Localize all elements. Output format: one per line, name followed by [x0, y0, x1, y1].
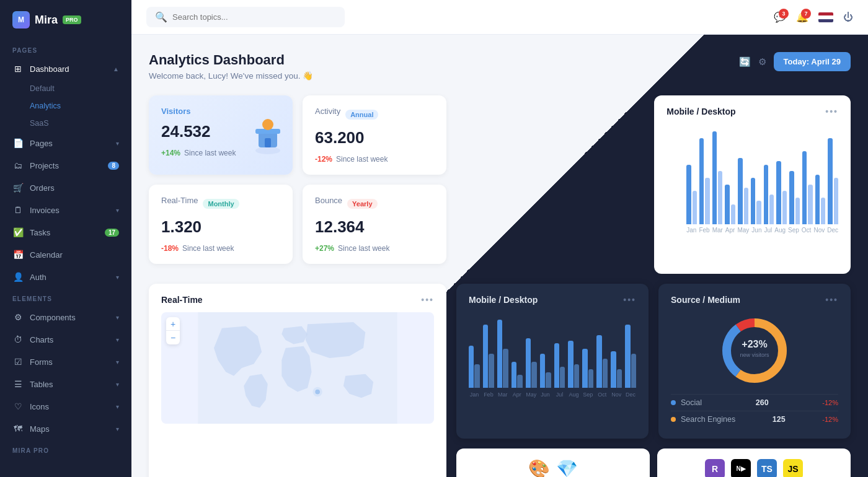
- dark-bar-light: [574, 364, 579, 388]
- sidebar-item-projects[interactable]: 🗂 Projects 8: [0, 154, 131, 177]
- topbar: 🔍 💬 3 🔔 7 ⏻: [131, 0, 868, 35]
- dark-bar-group: [596, 335, 608, 388]
- bar-light: [693, 191, 697, 224]
- tech-logos-row: 🎨 💎 R N▶ TS JS: [456, 449, 851, 477]
- chevron-down-icon: ▾: [116, 207, 119, 214]
- map-more-options[interactable]: •••: [421, 295, 434, 305]
- world-map-svg: [161, 312, 434, 424]
- page-subtitle: Welcome back, Lucy! We've missed you. 👋: [149, 71, 313, 81]
- chart-x-label: May: [737, 227, 749, 234]
- source-medium-title: Source / Medium •••: [671, 295, 838, 305]
- bounce-change-value: +27%: [315, 244, 334, 253]
- javascript-logo: JS: [783, 459, 803, 478]
- sidebar-item-tables[interactable]: ☰ Tables ▾: [0, 373, 131, 395]
- sidebar-item-components[interactable]: ⚙ Components ▾: [0, 306, 131, 328]
- messages-button[interactable]: 💬 3: [774, 11, 786, 23]
- dark-bar: [512, 362, 516, 388]
- bar-group: [725, 185, 735, 224]
- bar-group: [828, 138, 838, 224]
- svg-point-3: [262, 119, 273, 130]
- chevron-down-icon: ▾: [116, 381, 119, 388]
- sidebar-item-maps[interactable]: 🗺 Maps ▾: [0, 418, 131, 440]
- visitors-illustration: [249, 113, 286, 157]
- sidebar-item-label: Auth: [30, 273, 46, 282]
- refresh-icon[interactable]: 🔄: [739, 56, 751, 68]
- power-button[interactable]: ⏻: [843, 12, 853, 23]
- dark-bar-light: [617, 369, 622, 388]
- page-header-text: Analytics Dashboard Welcome back, Lucy! …: [149, 52, 313, 81]
- dark-x-labels: JanFebMarAprMayJunJulAugSepOctNovDec: [469, 392, 636, 398]
- chevron-down-icon: ▾: [116, 314, 119, 321]
- bar-group: [764, 165, 774, 224]
- search-input[interactable]: [172, 12, 336, 22]
- sidebar: M Mira PRO PAGES ⊞ Dashboard ▲ Default A…: [0, 0, 131, 477]
- sidebar-item-invoices[interactable]: 🗒 Invoices ▾: [0, 199, 131, 221]
- realtime-change-value: -18%: [161, 244, 179, 253]
- sidebar-item-calendar[interactable]: 📅 Calendar: [0, 243, 131, 266]
- sidebar-item-charts[interactable]: ⏱ Charts ▾: [0, 328, 131, 351]
- sidebar-item-tasks[interactable]: ✅ Tasks 17: [0, 221, 131, 243]
- source-more-options[interactable]: •••: [825, 295, 838, 305]
- bar-group: [686, 165, 697, 224]
- bounce-change-label: Since last week: [338, 244, 389, 253]
- map-area: + −: [161, 312, 434, 424]
- dark-bar-light: [489, 354, 494, 388]
- dark-bar-group: [568, 341, 579, 388]
- search-box[interactable]: 🔍: [146, 7, 345, 27]
- dark-more-options[interactable]: •••: [623, 295, 636, 305]
- donut-container: +23% new visitors: [671, 313, 838, 388]
- language-selector[interactable]: [818, 12, 833, 22]
- mobile-desktop-card: Mobile / Desktop ••• JanFebMarAprMayJunJ…: [654, 95, 851, 274]
- sidebar-item-label: Components: [30, 313, 76, 322]
- bar-dark: [789, 171, 794, 224]
- bounce-header: Bounce Yearly: [315, 196, 434, 211]
- app-logo[interactable]: M Mira PRO: [0, 0, 131, 40]
- bar-dark: [802, 151, 807, 224]
- dark-bar: [526, 338, 531, 388]
- calendar-icon: 📅: [12, 249, 24, 260]
- realtime-value: 1.320: [161, 217, 280, 237]
- bar-group: [815, 175, 826, 224]
- forms-icon: ☑: [12, 356, 24, 367]
- chart-x-label: Nov: [813, 227, 825, 234]
- sidebar-item-forms[interactable]: ☑ Forms ▾: [0, 351, 131, 373]
- chart-x-label: Feb: [699, 227, 709, 234]
- logo-icon: M: [12, 11, 30, 28]
- dark-bar-light: [588, 369, 593, 388]
- more-options-button[interactable]: •••: [825, 107, 838, 116]
- social-change: -12%: [822, 399, 838, 406]
- sidebar-item-orders[interactable]: 🛒 Orders: [0, 177, 131, 199]
- date-button[interactable]: Today: April 29: [774, 52, 851, 71]
- dark-bar-group: [625, 325, 636, 388]
- bounce-badge: Yearly: [347, 199, 377, 209]
- bar-dark: [776, 161, 781, 224]
- sidebar-item-icons[interactable]: ♡ Icons ▾: [0, 395, 131, 418]
- dark-bar: [554, 343, 559, 388]
- invoices-icon: 🗒: [12, 204, 24, 216]
- dashboard-icon: ⊞: [12, 63, 24, 74]
- notifications-button[interactable]: 🔔 7: [796, 11, 808, 23]
- chevron-down-icon: ▾: [116, 274, 119, 281]
- sidebar-item-default[interactable]: Default: [0, 80, 131, 97]
- dark-bar-light: [517, 375, 522, 388]
- topbar-actions: 💬 3 🔔 7 ⏻: [774, 11, 853, 23]
- mobile-desktop-chart: JanFebMarAprMayJunJulAugSepOctNovDec: [666, 125, 838, 234]
- bar-dark: [699, 138, 704, 224]
- sidebar-item-auth[interactable]: 👤 Auth ▾: [0, 266, 131, 288]
- activity-badge: Annual: [345, 110, 378, 120]
- dark-x-label: Sep: [582, 392, 593, 398]
- sidebar-item-dashboard[interactable]: ⊞ Dashboard ▲: [0, 58, 131, 80]
- sidebar-item-pages[interactable]: 📄 Pages ▾: [0, 132, 131, 154]
- sidebar-item-label: Dashboard: [30, 64, 69, 74]
- realtime-change: -18% Since last week: [161, 244, 280, 253]
- dark-bar-group: [526, 338, 537, 388]
- sidebar-item-saas[interactable]: SaaS: [0, 115, 131, 132]
- sidebar-item-analytics[interactable]: Analytics: [0, 97, 131, 115]
- filter-icon[interactable]: ⚙: [758, 56, 766, 68]
- tasks-icon: ✅: [12, 227, 24, 238]
- bounce-change: +27% Since last week: [315, 244, 434, 253]
- bar-dark: [815, 175, 820, 224]
- chart-x-label: Oct: [802, 227, 812, 234]
- svg-text:new visitors: new visitors: [740, 352, 769, 358]
- source-row-search: Search Engines 125 -12%: [671, 411, 838, 427]
